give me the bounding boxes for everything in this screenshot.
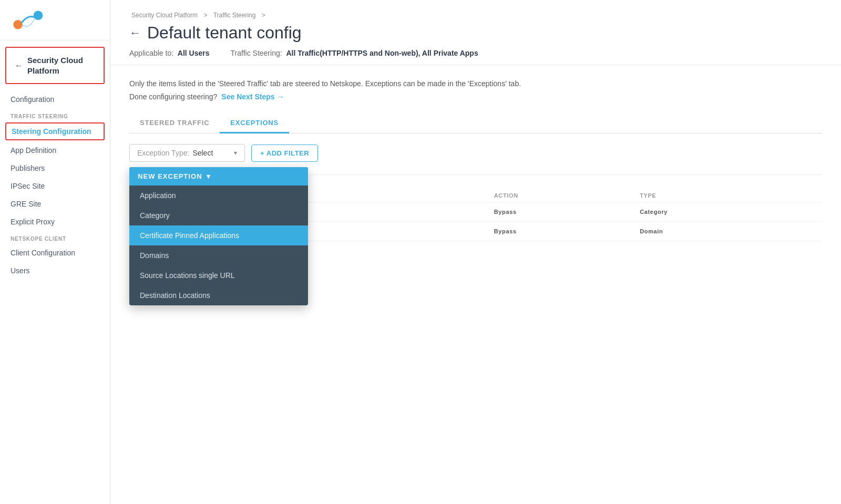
dropdown-item-source-locations[interactable]: Source Locations single URL xyxy=(129,265,308,285)
traffic-steering-meta: Traffic Steering: All Traffic(HTTP/HTTPS… xyxy=(231,49,478,57)
sidebar-item-app-definition[interactable]: App Definition xyxy=(0,141,110,159)
breadcrumb-platform[interactable]: Security Cloud Platform xyxy=(131,12,198,19)
page-title-row: ← Default tenant config xyxy=(129,23,822,43)
sidebar-item-configuration[interactable]: Configuration xyxy=(0,90,110,108)
traffic-steering-value: All Traffic(HTTP/HTTPS and Non-web), All… xyxy=(286,49,478,57)
traffic-steering-label: Traffic Steering: xyxy=(231,49,282,57)
dropdown-item-domains[interactable]: Domains xyxy=(129,245,308,265)
col-header-type: TYPE xyxy=(640,192,822,199)
next-steps-prefix: Done configuring steering? xyxy=(129,92,217,101)
applicable-to-label: Applicable to: xyxy=(129,49,173,57)
next-steps-link[interactable]: See Next Steps → xyxy=(221,92,284,101)
add-filter-button[interactable]: + ADD FILTER xyxy=(251,145,318,162)
exception-type-label: Exception Type: xyxy=(137,149,189,157)
sidebar-item-client-configuration[interactable]: Client Configuration xyxy=(0,244,110,262)
info-text: Only the items listed in the 'Steered Tr… xyxy=(129,78,822,89)
row-2-action: Bypass xyxy=(494,228,640,234)
new-exception-label: NEW EXCEPTION xyxy=(138,172,202,180)
col-header-action: ACTION xyxy=(494,192,640,199)
breadcrumb-sep1: > xyxy=(203,12,209,19)
next-steps-row: Done configuring steering? See Next Step… xyxy=(129,92,822,101)
svg-point-1 xyxy=(34,11,43,20)
sidebar-section-traffic-steering: TRAFFIC STEERING xyxy=(0,108,110,121)
dropdown-item-destination-locations[interactable]: Destination Locations xyxy=(129,285,308,305)
sidebar-back-label: Security Cloud Platform xyxy=(27,55,95,76)
exception-type-select[interactable]: Exception Type: Select ▾ xyxy=(129,144,245,162)
dropdown-caret-icon: ▾ xyxy=(207,172,211,180)
page-back-button[interactable]: ← xyxy=(129,26,141,40)
breadcrumb-sep2: > xyxy=(262,12,265,19)
page-title: Default tenant config xyxy=(147,23,302,43)
tab-steered-traffic[interactable]: STEERED TRAFFIC xyxy=(129,114,220,133)
sidebar-item-users[interactable]: Users xyxy=(0,262,110,280)
exception-type-value: Select xyxy=(192,149,231,157)
app-logo xyxy=(11,9,47,30)
main-content: Only the items listed in the 'Steered Tr… xyxy=(110,65,841,254)
sidebar-item-gre-site[interactable]: GRE Site xyxy=(0,195,110,213)
main-header: Security Cloud Platform > Traffic Steeri… xyxy=(110,0,841,65)
sidebar-item-publishers[interactable]: Publishers xyxy=(0,159,110,177)
sidebar: ← Security Cloud Platform Configuration … xyxy=(0,0,110,504)
new-exception-button[interactable]: NEW EXCEPTION ▾ xyxy=(138,172,211,180)
row-2-type: Domain xyxy=(640,228,822,234)
breadcrumb-traffic-steering[interactable]: Traffic Steering xyxy=(213,12,256,19)
logo-area xyxy=(0,0,110,40)
dropdown-item-category[interactable]: Category xyxy=(129,205,308,225)
row-1-action: Bypass xyxy=(494,209,640,215)
sidebar-item-ipsec-site[interactable]: IPSec Site xyxy=(0,177,110,195)
dropdown-header: NEW EXCEPTION ▾ xyxy=(129,167,308,186)
exception-dropdown-panel: NEW EXCEPTION ▾ Application Category Cer… xyxy=(129,167,308,305)
tabs: STEERED TRAFFIC EXCEPTIONS xyxy=(129,114,822,133)
filter-row: Exception Type: Select ▾ + ADD FILTER NE… xyxy=(129,144,822,162)
applicable-to-value: All Users xyxy=(178,49,210,57)
tab-exceptions[interactable]: EXCEPTIONS xyxy=(220,114,289,133)
sidebar-item-explicit-proxy[interactable]: Explicit Proxy xyxy=(0,213,110,231)
sidebar-section-netskope-client: NETSKOPE CLIENT xyxy=(0,231,110,244)
row-1-type: Category xyxy=(640,209,822,215)
dropdown-item-certificate-pinned[interactable]: Certificate Pinned Applications xyxy=(129,225,308,245)
meta-row: Applicable to: All Users Traffic Steerin… xyxy=(129,49,822,65)
sidebar-item-steering-configuration[interactable]: Steering Configuration xyxy=(5,122,105,140)
sidebar-back-button[interactable]: ← Security Cloud Platform xyxy=(5,47,105,84)
dropdown-list: Application Category Certificate Pinned … xyxy=(129,186,308,305)
chevron-down-icon: ▾ xyxy=(234,149,237,157)
applicable-to-meta: Applicable to: All Users xyxy=(129,49,210,57)
breadcrumb: Security Cloud Platform > Traffic Steeri… xyxy=(129,12,822,19)
main-content-area: Security Cloud Platform > Traffic Steeri… xyxy=(110,0,841,504)
back-arrow-icon: ← xyxy=(15,61,23,70)
dropdown-item-application[interactable]: Application xyxy=(129,186,308,205)
